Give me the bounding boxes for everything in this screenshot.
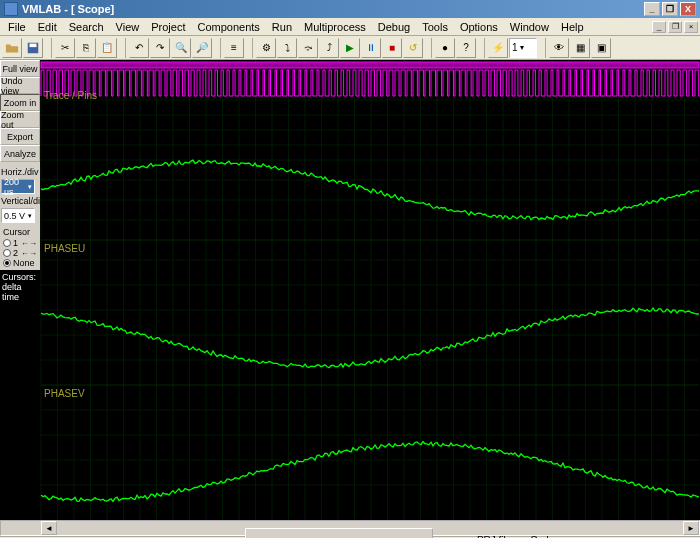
separator	[46, 38, 52, 58]
menu-help[interactable]: Help	[555, 19, 590, 35]
full-view-button[interactable]: Full view	[0, 60, 40, 77]
separator	[247, 38, 253, 58]
mdi-controls: _ ❐ ×	[652, 21, 698, 33]
menu-window[interactable]: Window	[504, 19, 555, 35]
cursors-title: Cursors:	[2, 272, 38, 282]
cursor-group: Cursor 1←→ 2←→ None	[0, 224, 40, 270]
scroll-thumb[interactable]	[245, 528, 433, 538]
window-controls: _ ❐ X	[644, 2, 696, 16]
step-over-icon[interactable]: ⤼	[298, 38, 318, 58]
build-icon[interactable]: ⚙	[256, 38, 276, 58]
run-icon[interactable]: ▶	[340, 38, 360, 58]
step-into-icon[interactable]: ⤵	[277, 38, 297, 58]
svg-rect-1	[30, 43, 37, 47]
menu-multiprocess[interactable]: Multiprocess	[298, 19, 372, 35]
step-out-icon[interactable]: ⤴	[319, 38, 339, 58]
svg-rect-2	[41, 60, 699, 520]
mdi-close[interactable]: ×	[684, 21, 698, 33]
find-icon[interactable]: 🔍	[171, 38, 191, 58]
proc-dropdown[interactable]: 1	[509, 38, 537, 58]
menu-edit[interactable]: Edit	[32, 19, 63, 35]
separator	[215, 38, 221, 58]
mdi-restore[interactable]: ❐	[668, 21, 682, 33]
zoom-out-button[interactable]: Zoom out	[0, 111, 40, 128]
paste-icon[interactable]: 📋	[97, 38, 117, 58]
open-file-icon[interactable]	[2, 38, 22, 58]
close-button[interactable]: X	[680, 2, 696, 16]
time-scrollbar[interactable]: ◄ ►	[0, 520, 700, 536]
vert-dropdown[interactable]: 0.5 V	[1, 208, 35, 223]
menu-bar: File Edit Search View Project Components…	[0, 18, 700, 36]
redo-icon[interactable]: ↷	[150, 38, 170, 58]
horiz-dropdown[interactable]: 200 us	[1, 179, 35, 194]
svg-rect-62	[41, 62, 699, 68]
cursor-radio-1[interactable]: 1←→	[2, 238, 38, 248]
separator	[426, 38, 432, 58]
stop-icon[interactable]: ■	[382, 38, 402, 58]
menu-run[interactable]: Run	[266, 19, 298, 35]
flash-icon[interactable]: ⚡	[488, 38, 508, 58]
oscilloscope-display[interactable]: Trace / Pins PHASEU PHASEV	[40, 60, 700, 520]
find-next-icon[interactable]: 🔎	[192, 38, 212, 58]
chip-icon[interactable]: ▣	[591, 38, 611, 58]
maximize-button[interactable]: ❐	[662, 2, 678, 16]
menu-options[interactable]: Options	[454, 19, 504, 35]
title-bar: VMLAB - [ Scope] _ ❐ X	[0, 0, 700, 18]
toolbar: ✂ ⎘ 📋 ↶ ↷ 🔍 🔎 ≡ ⚙ ⤵ ⤼ ⤴ ▶ ⏸ ■ ↺ ● ? ⚡ 1 …	[0, 36, 700, 60]
phasev-label: PHASEV	[44, 388, 85, 399]
menu-file[interactable]: File	[2, 19, 32, 35]
menu-project[interactable]: Project	[145, 19, 191, 35]
cursors-panel: Cursors: delta time	[0, 270, 40, 520]
mdi-minimize[interactable]: _	[652, 21, 666, 33]
trace-pins-label: Trace / Pins	[44, 90, 97, 101]
menu-search[interactable]: Search	[63, 19, 110, 35]
scroll-right-icon[interactable]: ►	[683, 521, 699, 535]
memory-icon[interactable]: ▦	[570, 38, 590, 58]
menu-tools[interactable]: Tools	[416, 19, 454, 35]
phaseu-label: PHASEU	[44, 243, 85, 254]
undo-view-button[interactable]: Undo view	[0, 77, 40, 94]
separator	[120, 38, 126, 58]
cursors-delta-time: delta time	[2, 282, 38, 302]
help-icon[interactable]: ?	[456, 38, 476, 58]
breakpoint-icon[interactable]: ●	[435, 38, 455, 58]
menu-debug[interactable]: Debug	[372, 19, 416, 35]
export-button[interactable]: Export	[0, 128, 40, 145]
copy-icon[interactable]: ⎘	[76, 38, 96, 58]
zoom-in-button[interactable]: Zoom in	[0, 94, 40, 111]
separator	[540, 38, 546, 58]
analyze-button[interactable]: Analyze	[0, 145, 40, 162]
list-icon[interactable]: ≡	[224, 38, 244, 58]
reset-icon[interactable]: ↺	[403, 38, 423, 58]
undo-icon[interactable]: ↶	[129, 38, 149, 58]
main-area: Full view Undo view Zoom in Zoom out Exp…	[0, 60, 700, 520]
cursor-radio-2[interactable]: 2←→	[2, 248, 38, 258]
app-icon	[4, 2, 18, 16]
cut-icon[interactable]: ✂	[55, 38, 75, 58]
menu-view[interactable]: View	[110, 19, 146, 35]
watch-icon[interactable]: 👁	[549, 38, 569, 58]
scope-sidebar: Full view Undo view Zoom in Zoom out Exp…	[0, 60, 40, 520]
vert-label: Vertical/div	[0, 195, 40, 207]
scope-canvas	[40, 60, 700, 520]
window-title: VMLAB - [ Scope]	[22, 3, 644, 15]
menu-components[interactable]: Components	[191, 19, 265, 35]
pause-icon[interactable]: ⏸	[361, 38, 381, 58]
cursor-radio-none[interactable]: None	[2, 258, 38, 268]
save-icon[interactable]	[23, 38, 43, 58]
separator	[479, 38, 485, 58]
cursor-label: Cursor	[2, 226, 38, 238]
minimize-button[interactable]: _	[644, 2, 660, 16]
scroll-left-icon[interactable]: ◄	[41, 521, 57, 535]
